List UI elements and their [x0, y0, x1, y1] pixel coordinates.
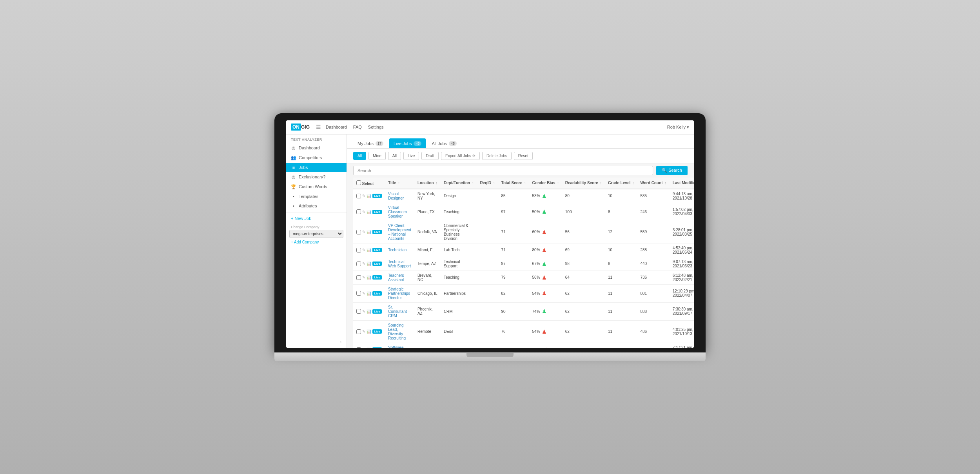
reset-button[interactable]: Reset [514, 152, 533, 160]
job-title-link-4[interactable]: Technical Web Support [388, 260, 411, 268]
job-title-link-0[interactable]: Visual Designer [388, 192, 404, 200]
cell-total-score-4: 97 [498, 257, 529, 271]
user-menu[interactable]: Rob Kelly ▾ [667, 125, 689, 130]
row-checkbox-3[interactable] [356, 248, 361, 252]
edit-icon-0[interactable]: ✎ [362, 194, 365, 198]
chart-icon-4[interactable]: 📊 [367, 262, 371, 266]
hamburger-icon[interactable]: ☰ [316, 124, 321, 130]
th-last-modified[interactable]: Last Modified ↕ [670, 178, 694, 189]
edit-icon-9[interactable]: ✎ [362, 347, 365, 348]
chart-icon-7[interactable]: 📊 [367, 309, 371, 314]
gender-icon-4: ♟ [542, 261, 547, 267]
th-gender-bias[interactable]: Gender Bias ↕ [529, 178, 562, 189]
edit-icon-6[interactable]: ✎ [362, 291, 365, 296]
nav-link-dashboard[interactable]: Dashboard [326, 125, 347, 129]
collapse-sidebar-button[interactable]: ‹ [286, 335, 347, 348]
th-grade-level[interactable]: Grade Level ↕ [605, 178, 637, 189]
add-company-button[interactable]: + Add Company [286, 238, 347, 246]
edit-icon-5[interactable]: ✎ [362, 275, 365, 280]
th-word-count[interactable]: Word Count ↕ [637, 178, 670, 189]
company-select[interactable]: mega-enterprises [289, 230, 343, 238]
row-checkbox-9[interactable] [356, 347, 361, 348]
job-title-link-9[interactable]: Software Engineer [388, 345, 404, 348]
content-area: My Jobs 17 Live Jobs 43 All Jobs 45 [347, 134, 694, 348]
logo-on: ON [291, 123, 301, 131]
chart-icon-5[interactable]: 📊 [367, 275, 371, 280]
select-all-checkbox[interactable] [356, 180, 361, 185]
sidebar-item-dashboard[interactable]: ◎ Dashboard [286, 143, 347, 153]
cell-dept-5: Teaching [441, 271, 477, 284]
filter-all2-button[interactable]: All [388, 152, 401, 160]
row-checkbox-8[interactable] [356, 329, 361, 334]
sidebar-item-exclusionary[interactable]: ◎ Exclusionary? [286, 172, 347, 182]
chart-icon-9[interactable]: 📊 [367, 347, 371, 348]
th-location[interactable]: Location ↕ [414, 178, 441, 189]
live-badge-0: Live [372, 194, 382, 198]
job-title-link-6[interactable]: Strategic Partnerships Director [388, 287, 410, 300]
filter-live-button[interactable]: Live [403, 152, 419, 160]
row-checkbox-2[interactable] [356, 230, 361, 234]
job-title-link-8[interactable]: Sourcing Lead, Diversity Recruiting [388, 323, 406, 340]
row-checkbox-5[interactable] [356, 275, 361, 280]
job-title-link-1[interactable]: Virtual Classroom Speaker [388, 205, 407, 218]
tab-live-jobs[interactable]: Live Jobs 43 [389, 138, 426, 148]
edit-icon-7[interactable]: ✎ [362, 309, 365, 314]
gender-icon-0: ♟ [542, 193, 547, 199]
edit-icon-1[interactable]: ✎ [362, 210, 365, 214]
cell-select-6: ✎ 📊 Live [353, 284, 385, 302]
nav-link-settings[interactable]: Settings [368, 125, 384, 129]
table-row: ✎ 📊 Live Virtual Classroom Speaker Plano… [353, 203, 694, 221]
tab-all-jobs[interactable]: All Jobs 45 [427, 138, 461, 148]
cell-total-score-9: 66 [498, 343, 529, 348]
search-input[interactable] [353, 166, 653, 175]
jobs-icon: ≡ [291, 165, 296, 170]
job-title-link-7[interactable]: Sr. Consultant – CRM [388, 305, 410, 318]
filter-mine-button[interactable]: Mine [368, 152, 386, 160]
logo-gig: GIG [301, 124, 310, 130]
sidebar-item-attributes[interactable]: ▪ Attributes [286, 201, 347, 211]
filter-draft-button[interactable]: Draft [421, 152, 439, 160]
edit-icon-3[interactable]: ✎ [362, 248, 365, 252]
nav-links: DashboardFAQSettings [326, 125, 384, 129]
row-checkbox-6[interactable] [356, 291, 361, 296]
sidebar-item-custom-words[interactable]: 🏆 Custom Words [286, 182, 347, 192]
job-title-link-5[interactable]: Teachers Assistant [388, 273, 404, 282]
sidebar-item-jobs[interactable]: ≡ Jobs [286, 163, 347, 172]
tab-my-jobs[interactable]: My Jobs 17 [353, 138, 388, 148]
row-checkbox-7[interactable] [356, 309, 361, 314]
chart-icon-1[interactable]: 📊 [367, 210, 371, 214]
cell-gender-bias-4: 67% ♟ [529, 257, 562, 271]
row-checkbox-4[interactable] [356, 262, 361, 266]
live-badge-5: Live [372, 275, 382, 280]
delete-jobs-button[interactable]: Delete Jobs [482, 152, 512, 160]
search-button[interactable]: 🔍 Search [656, 166, 688, 175]
chart-icon-3[interactable]: 📊 [367, 248, 371, 252]
export-all-jobs-button[interactable]: Export All Jobs ✈ [441, 152, 480, 160]
chart-icon-6[interactable]: 📊 [367, 291, 371, 296]
cell-readability-7: 62 [562, 302, 605, 320]
th-readability[interactable]: Readability Score ↕ [562, 178, 605, 189]
th-total-score[interactable]: Total Score ↕ [498, 178, 529, 189]
nav-link-faq[interactable]: FAQ [353, 125, 362, 129]
gender-icon-1: ♟ [542, 209, 547, 215]
edit-icon-4[interactable]: ✎ [362, 262, 365, 266]
sidebar-item-competitors[interactable]: 👥 Competitors [286, 153, 347, 163]
job-title-link-3[interactable]: Technician [388, 248, 407, 252]
cell-last-modified-4: 9:07:13 am, 2021/06/23 [670, 257, 694, 271]
job-title-link-2[interactable]: VP Client Development – National Account… [388, 223, 411, 241]
th-reqid[interactable]: ReqID ↕ [477, 178, 498, 189]
sidebar-section-label: TEXT ANALYZER [286, 134, 347, 143]
chart-icon-8[interactable]: 📊 [367, 329, 371, 334]
row-checkbox-0[interactable] [356, 194, 361, 198]
new-job-button[interactable]: + New Job [286, 214, 347, 223]
edit-icon-8[interactable]: ✎ [362, 329, 365, 334]
th-title[interactable]: Title ↕ [385, 178, 414, 189]
th-dept[interactable]: Dept/Function ↕ [441, 178, 477, 189]
row-checkbox-1[interactable] [356, 209, 361, 214]
edit-icon-2[interactable]: ✎ [362, 230, 365, 234]
chart-icon-2[interactable]: 📊 [367, 230, 371, 234]
live-badge-7: Live [372, 309, 382, 314]
sidebar-item-templates[interactable]: ▪ Templates [286, 192, 347, 201]
chart-icon-0[interactable]: 📊 [367, 194, 371, 198]
filter-all-button[interactable]: All [353, 152, 366, 160]
